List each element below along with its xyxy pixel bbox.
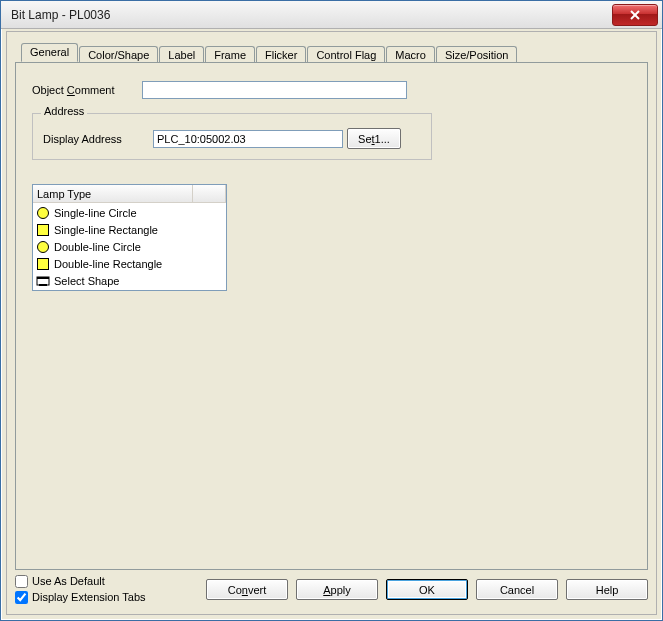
- list-item-label: Double-line Rectangle: [54, 258, 162, 270]
- use-as-default-checkbox[interactable]: Use As Default: [15, 573, 146, 589]
- list-item[interactable]: Single-line Rectangle: [33, 221, 226, 238]
- display-address-label: Display Address: [43, 133, 153, 145]
- display-extension-tabs-input[interactable]: [15, 591, 28, 604]
- object-comment-row: Object Comment: [32, 81, 631, 99]
- object-comment-input[interactable]: [142, 81, 407, 99]
- lamp-type-header-row: Lamp Type: [33, 185, 226, 203]
- tab-strip: General Color/Shape Label Frame Flicker …: [21, 40, 648, 62]
- dialog-window: Bit Lamp - PL0036 General Color/Shape La…: [0, 0, 663, 621]
- rectangle-icon: [36, 257, 50, 271]
- tab-flicker[interactable]: Flicker: [256, 46, 306, 63]
- lamp-type-header[interactable]: Lamp Type: [33, 185, 193, 203]
- list-item-label: Single-line Circle: [54, 207, 137, 219]
- tab-macro[interactable]: Macro: [386, 46, 435, 63]
- window-title: Bit Lamp - PL0036: [11, 8, 612, 22]
- list-item[interactable]: Double-line Rectangle: [33, 255, 226, 272]
- list-item-label: Select Shape: [54, 275, 119, 287]
- lamp-type-list[interactable]: Lamp Type Single-line Circle Single-line…: [32, 184, 227, 291]
- rectangle-icon: [36, 223, 50, 237]
- close-icon: [630, 10, 640, 20]
- display-address-input[interactable]: [153, 130, 343, 148]
- cancel-button[interactable]: Cancel: [476, 579, 558, 600]
- svg-rect-3: [37, 277, 49, 279]
- address-legend: Address: [41, 105, 87, 117]
- titlebar: Bit Lamp - PL0036: [1, 1, 662, 29]
- apply-button[interactable]: Apply: [296, 579, 378, 600]
- circle-icon: [36, 206, 50, 220]
- object-comment-label: Object Comment: [32, 84, 142, 96]
- list-item[interactable]: Single-line Circle: [33, 204, 226, 221]
- tab-general[interactable]: General: [21, 43, 78, 62]
- lamp-type-header-spare[interactable]: [193, 185, 226, 203]
- display-extension-tabs-checkbox[interactable]: Display Extension Tabs: [15, 589, 146, 605]
- help-button[interactable]: Help: [566, 579, 648, 600]
- list-item-label: Double-line Circle: [54, 241, 141, 253]
- tab-label[interactable]: Label: [159, 46, 204, 63]
- circle-icon: [36, 240, 50, 254]
- list-item[interactable]: Select Shape: [33, 272, 226, 289]
- ok-button[interactable]: OK: [386, 579, 468, 600]
- tab-size-position[interactable]: Size/Position: [436, 46, 518, 63]
- use-as-default-input[interactable]: [15, 575, 28, 588]
- shape-icon: [36, 274, 50, 288]
- address-group: Address Display Address Set1...: [32, 113, 432, 160]
- close-button[interactable]: [612, 4, 658, 26]
- list-item[interactable]: Double-line Circle: [33, 238, 226, 255]
- client-area: General Color/Shape Label Frame Flicker …: [6, 31, 657, 615]
- tab-frame[interactable]: Frame: [205, 46, 255, 63]
- tab-control-flag[interactable]: Control Flag: [307, 46, 385, 63]
- list-item-label: Single-line Rectangle: [54, 224, 158, 236]
- svg-rect-4: [39, 284, 47, 286]
- tab-body-general: Object Comment Address Display Address S…: [15, 62, 648, 570]
- set-address-button[interactable]: Set1...: [347, 128, 401, 149]
- convert-button[interactable]: Convert: [206, 579, 288, 600]
- dialog-footer: Use As Default Display Extension Tabs Co…: [15, 570, 648, 610]
- tab-color-shape[interactable]: Color/Shape: [79, 46, 158, 63]
